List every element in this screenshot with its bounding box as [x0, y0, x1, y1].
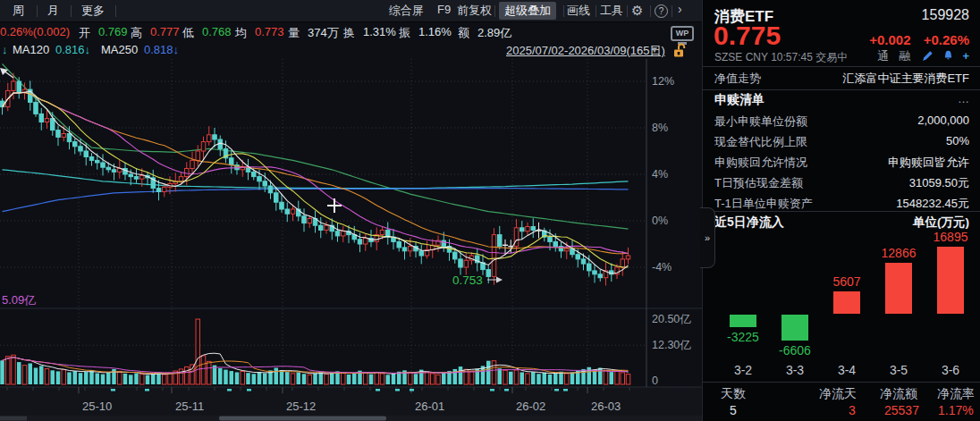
flow-date-3-5: 3-5: [872, 363, 925, 377]
svg-text:0: 0: [652, 375, 658, 387]
bell-icon[interactable]: [942, 50, 954, 62]
margin-flag-rong: 融: [900, 49, 911, 63]
flow-date-3-4: 3-4: [820, 363, 874, 377]
menu-item-2[interactable]: 前复权: [457, 3, 492, 19]
info-row-label-2: 最小申赎单位份额: [714, 114, 807, 130]
info-row-value-5: 31059.50元: [909, 175, 969, 191]
svg-text:25-11: 25-11: [175, 400, 204, 413]
tab-more[interactable]: 更多: [81, 3, 105, 19]
instrument-code: 159928: [922, 7, 969, 23]
flow-date-3-6: 3-6: [924, 363, 977, 377]
svg-text:8%: 8%: [652, 122, 668, 134]
tab-month[interactable]: 月: [47, 3, 59, 19]
stat-value-7: 2.89亿: [477, 25, 511, 41]
ma-arrow-cut: ↓: [2, 43, 8, 56]
svg-text:0%: 0%: [652, 215, 668, 227]
info-row-value-0: 汇添富中证主要消费ETF: [842, 71, 969, 87]
gear-icon[interactable]: ⚙: [631, 3, 643, 19]
menu-item-1[interactable]: F9: [437, 3, 451, 16]
svg-text:20.50亿: 20.50亿: [652, 313, 691, 325]
divider: [494, 5, 495, 17]
svg-text:26-01: 26-01: [415, 400, 444, 413]
divider: [71, 5, 72, 17]
add-alert-icon[interactable]: +: [962, 49, 969, 63]
svg-text:12.30亿: 12.30亿: [652, 339, 691, 351]
info-row-value-6: 1548232.45元: [896, 196, 969, 212]
stat-label-2: 低: [182, 25, 194, 41]
svg-text:26-02: 26-02: [516, 400, 545, 413]
flow-date-3-3: 3-3: [768, 363, 822, 377]
stat-label-4: 量: [288, 25, 300, 41]
flow-value-3-6: 16895: [919, 230, 980, 244]
panel-expander-button[interactable]: »: [700, 207, 715, 268]
margin-flag-tong: 通: [877, 49, 889, 63]
divider: [703, 211, 980, 212]
flow-date-3-2: 3-2: [716, 363, 770, 377]
divider: [115, 5, 116, 17]
stat-label-0: 开: [79, 25, 90, 41]
wp-window-icon[interactable]: WP: [671, 26, 694, 41]
stat-value-6: 1.16%: [418, 25, 452, 38]
stat-label-7: 额: [458, 25, 469, 41]
quote-panel: 消费ETF 159928 0.775 +0.002 +0.26% SZSE CN…: [702, 0, 980, 421]
divider: [37, 5, 38, 17]
flow-bar-3-3: [781, 315, 808, 341]
stat-value-4: 374万: [308, 25, 339, 41]
chart-scrollbar-thumb[interactable]: [219, 417, 386, 421]
stats-bar: 0.26%(0.002) 开0.769高0.777低0.768均0.773量37…: [0, 23, 702, 41]
flows-unit-label: 单位(万元): [913, 215, 969, 231]
exchange-time-status: SZSE CNY 10:57:45 交易中: [714, 50, 848, 65]
price-change: +0.002 +0.26%: [869, 32, 969, 47]
trading-app-window: 周 月 更多 综合屏F9前复权超级叠加画线工具 ⚙ ? › 0.26%(0.00…: [0, 0, 980, 421]
info-row-value-1[interactable]: …: [958, 92, 969, 105]
divider: [703, 382, 980, 383]
chevron-down-icon[interactable]: ▼: [650, 45, 659, 55]
bottom-stat-value-1: 3: [849, 403, 856, 417]
bottom-stat-label-3: 净流率: [937, 386, 975, 402]
stat-label-3: 均: [235, 25, 247, 41]
date-range-selector[interactable]: 2025/07/02-2026/03/09(165日): [506, 43, 665, 59]
flow-bar-3-4: [833, 291, 860, 314]
divider: [563, 5, 564, 17]
stat-value-5: 1.31%: [363, 25, 396, 38]
divider: [672, 5, 672, 17]
ma250-value: 0.818↓: [144, 43, 179, 56]
stat-value-0: 0.769: [98, 25, 128, 38]
kline-chart-canvas[interactable]: 12%8%4%0%-4%0.75320.50亿12.30亿025-1025-11…: [0, 59, 702, 421]
margin-flags: 通 融 +: [877, 48, 969, 64]
flow-value-3-4: 5607: [815, 274, 878, 289]
change-value: +0.002: [869, 32, 910, 47]
top-toolbar: 周 月 更多 综合屏F9前复权超级叠加画线工具 ⚙ ? ›: [0, 0, 702, 22]
info-row-label-0: 净值走势: [714, 71, 761, 87]
change-readout: 0.26%(0.002): [0, 25, 70, 38]
menu-item-4[interactable]: 画线: [567, 3, 590, 19]
bottom-stat-value-0: 5: [730, 403, 737, 417]
divider: [703, 89, 980, 90]
stat-value-2: 0.768: [202, 25, 232, 38]
svg-text:-4%: -4%: [652, 261, 672, 274]
pencil-icon[interactable]: [922, 50, 934, 62]
svg-text:26-03: 26-03: [591, 400, 621, 413]
stat-value-3: 0.773: [255, 25, 284, 38]
menu-item-5[interactable]: 工具: [600, 3, 623, 19]
help-icon[interactable]: ?: [655, 4, 668, 18]
svg-text:4%: 4%: [652, 168, 668, 181]
stat-label-1: 高: [131, 25, 142, 41]
bottom-stat-value-2: 25537: [884, 403, 919, 417]
bottom-stat-value-3: 1.17%: [938, 403, 974, 417]
stat-label-6: 振: [399, 25, 410, 41]
menu-item-3[interactable]: 超级叠加: [499, 2, 556, 20]
ma120-label: MA120: [13, 43, 49, 56]
tab-week[interactable]: 周: [13, 3, 24, 19]
bottom-stat-label-0: 天数: [721, 386, 746, 402]
info-row-label-6: T-1日单位申赎资产: [714, 196, 813, 212]
info-row-value-4: 申购赎回皆允许: [888, 155, 969, 171]
flow-value-3-3: -6606: [764, 343, 826, 358]
chevron-right-icon[interactable]: ›: [678, 2, 682, 16]
svg-text:25-12: 25-12: [286, 400, 316, 413]
unlock-icon[interactable]: [672, 42, 688, 58]
ma250-label: MA250: [101, 43, 138, 56]
menu-item-0[interactable]: 综合屏: [389, 3, 424, 19]
info-row-label-5: T日预估现金差额: [714, 175, 803, 191]
stat-label-5: 换: [343, 25, 355, 41]
